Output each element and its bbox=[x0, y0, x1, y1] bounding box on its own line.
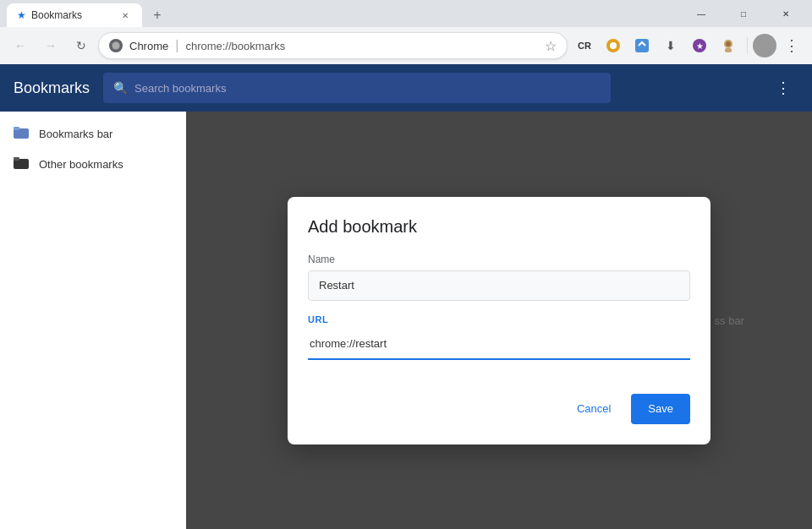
url-field-label: URL bbox=[308, 314, 690, 324]
dialog-actions: Cancel Save bbox=[308, 394, 690, 424]
minimize-button[interactable]: — bbox=[682, 0, 721, 27]
svg-point-2 bbox=[610, 42, 617, 49]
new-tab-button[interactable]: + bbox=[145, 3, 169, 27]
content-area: Bookmarks bar Other bookmarks ss bar Add… bbox=[0, 112, 812, 529]
main-area: ss bar Add bookmark Name URL Cancel Save bbox=[186, 112, 812, 529]
address-divider: | bbox=[175, 38, 178, 53]
app-header: Bookmarks 🔍 Search bookmarks ⋮ bbox=[0, 64, 812, 112]
search-placeholder: Search bookmarks bbox=[134, 82, 226, 95]
extension-icon-2[interactable] bbox=[600, 32, 627, 59]
search-icon: 🔍 bbox=[113, 81, 128, 95]
other-bookmarks-folder-icon bbox=[14, 155, 29, 172]
chrome-menu-button[interactable]: ⋮ bbox=[778, 32, 805, 59]
add-bookmark-dialog: Add bookmark Name URL Cancel Save bbox=[288, 197, 710, 444]
forward-button[interactable]: → bbox=[37, 32, 64, 59]
toolbar-divider bbox=[747, 37, 748, 54]
tab-title: Bookmarks bbox=[31, 9, 113, 21]
dialog-overlay: Add bookmark Name URL Cancel Save bbox=[186, 112, 812, 529]
app-title: Bookmarks bbox=[14, 79, 90, 97]
download-icon[interactable]: ⬇ bbox=[657, 32, 684, 59]
address-url: chrome://bookmarks bbox=[185, 40, 538, 52]
extension-icon-3[interactable] bbox=[628, 32, 656, 59]
save-button[interactable]: Save bbox=[631, 394, 690, 424]
header-more-button[interactable]: ⋮ bbox=[768, 73, 798, 103]
svg-text:★: ★ bbox=[696, 41, 704, 51]
name-input[interactable] bbox=[308, 270, 690, 301]
bookmarks-bar-item[interactable]: Bookmarks bar bbox=[0, 118, 186, 149]
svg-rect-11 bbox=[14, 127, 19, 130]
svg-point-7 bbox=[726, 41, 731, 46]
svg-rect-3 bbox=[635, 39, 649, 52]
close-button[interactable]: ✕ bbox=[766, 0, 805, 27]
svg-rect-13 bbox=[14, 157, 19, 161]
tab-close-button[interactable]: ✕ bbox=[118, 8, 132, 22]
dialog-title: Add bookmark bbox=[308, 217, 690, 237]
name-field-label: Name bbox=[308, 254, 690, 265]
extension-icon-5[interactable] bbox=[715, 32, 742, 59]
back-button[interactable]: ← bbox=[7, 32, 34, 59]
bookmarks-bar-label: Bookmarks bar bbox=[39, 128, 112, 140]
extension-icon-1[interactable]: CR bbox=[571, 32, 598, 59]
svg-rect-8 bbox=[725, 48, 732, 52]
bookmarks-sidebar: Bookmarks bar Other bookmarks bbox=[0, 112, 186, 529]
address-bar[interactable]: Chrome | chrome://bookmarks ☆ bbox=[98, 32, 568, 59]
site-icon bbox=[109, 39, 123, 52]
tab-favicon: ★ bbox=[17, 9, 26, 21]
cancel-button[interactable]: Cancel bbox=[563, 394, 624, 424]
extension-icon-4[interactable]: ★ bbox=[686, 32, 713, 59]
refresh-button[interactable]: ↻ bbox=[68, 32, 95, 59]
tab-bar: ★ Bookmarks ✕ + bbox=[7, 0, 682, 27]
profile-avatar[interactable] bbox=[753, 34, 776, 57]
maximize-button[interactable]: □ bbox=[724, 0, 763, 27]
nav-bar: ← → ↻ Chrome | chrome://bookmarks ☆ CR ⬇… bbox=[0, 27, 812, 64]
window-controls: — □ ✕ bbox=[682, 0, 805, 27]
svg-point-9 bbox=[761, 41, 768, 47]
other-bookmarks-label: Other bookmarks bbox=[39, 158, 123, 171]
url-input[interactable] bbox=[308, 330, 690, 360]
active-tab[interactable]: ★ Bookmarks ✕ bbox=[7, 3, 142, 27]
title-bar: ★ Bookmarks ✕ + — □ ✕ bbox=[0, 0, 812, 27]
other-bookmarks-item[interactable]: Other bookmarks bbox=[0, 149, 186, 179]
bookmarks-search-bar[interactable]: 🔍 Search bookmarks bbox=[103, 73, 611, 103]
bookmarks-bar-folder-icon bbox=[14, 125, 29, 142]
bookmark-star-icon[interactable]: ☆ bbox=[545, 38, 557, 54]
address-site-name: Chrome bbox=[129, 40, 168, 52]
browser-window: ★ Bookmarks ✕ + — □ ✕ ← → ↻ Chrome | chr… bbox=[0, 0, 812, 529]
toolbar-icons: CR ⬇ ★ ⋮ bbox=[571, 32, 805, 59]
